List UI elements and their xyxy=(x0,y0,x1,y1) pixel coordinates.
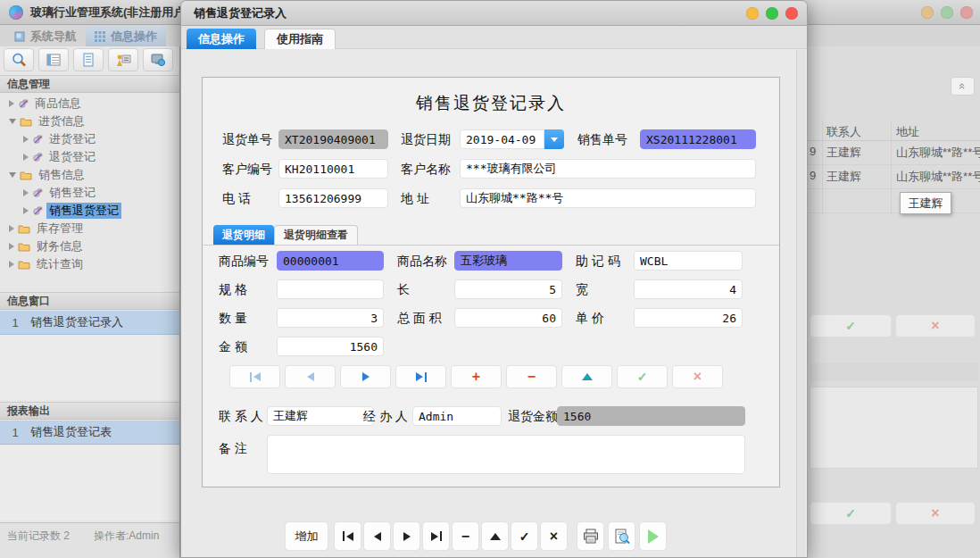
window-minimize-button[interactable] xyxy=(746,7,759,20)
sales-no-field[interactable] xyxy=(640,129,756,149)
next-record-button[interactable] xyxy=(340,365,391,388)
tree-item-finance-info[interactable]: 财务信息 xyxy=(0,237,179,255)
window-close-button[interactable] xyxy=(785,7,798,20)
table-view-button[interactable] xyxy=(38,48,69,71)
contact-field[interactable] xyxy=(267,406,374,426)
tree-item-purchase-register[interactable]: 进货登记 xyxy=(0,130,179,148)
report-item[interactable]: 1 销售退货登记表 xyxy=(0,421,179,445)
first-record-button[interactable] xyxy=(334,521,361,551)
return-amount-field[interactable] xyxy=(557,406,745,426)
printer-icon xyxy=(583,529,599,544)
run-button[interactable] xyxy=(639,521,667,551)
edit-record-button[interactable] xyxy=(561,365,612,388)
table-row[interactable]: 9 王建辉 山东聊城**路**号 xyxy=(808,165,980,189)
print-preview-button[interactable] xyxy=(608,521,635,551)
add-button[interactable]: 增加 xyxy=(285,521,328,551)
return-date-field[interactable] xyxy=(460,129,544,149)
collapse-panel-button[interactable]: « xyxy=(951,77,975,96)
tree-item-statistics-query[interactable]: 统计查询 xyxy=(0,255,179,273)
tree-item-purchase-info[interactable]: 进货信息 xyxy=(0,112,179,130)
window-minimize-button[interactable] xyxy=(921,6,934,19)
add-record-button[interactable]: + xyxy=(451,365,502,388)
triangle-right-icon xyxy=(416,372,423,381)
expander-icon xyxy=(23,189,29,196)
table-icon xyxy=(46,52,62,68)
scrollbar[interactable] xyxy=(796,50,805,557)
confirm-record-button[interactable]: ✓ xyxy=(511,521,538,551)
phone-field[interactable] xyxy=(278,188,388,208)
customer-no-field[interactable] xyxy=(278,159,388,179)
tree-item-sales-register[interactable]: 销售登记 xyxy=(0,184,179,202)
tab-return-detail-view[interactable]: 退货明细查看 xyxy=(274,225,358,245)
info-window-item[interactable]: 1 销售退货登记录入 xyxy=(0,311,179,335)
edit-record-button[interactable] xyxy=(481,521,509,551)
print-button[interactable] xyxy=(577,521,604,551)
confirm-record-button[interactable]: ✓ xyxy=(617,365,668,388)
background-cancel-button[interactable]: × xyxy=(895,502,976,525)
previous-record-button[interactable] xyxy=(363,521,391,551)
window-close-button[interactable] xyxy=(960,6,973,19)
table-row[interactable]: 9 王建辉 山东聊城**路**号 xyxy=(808,141,980,165)
delete-record-button[interactable]: − xyxy=(452,521,479,551)
remark-field[interactable] xyxy=(267,435,745,474)
mnemonic-field[interactable] xyxy=(634,251,743,271)
expander-icon xyxy=(9,172,16,178)
form-heading: 销售退货登记录入 xyxy=(203,92,779,115)
tab-divider xyxy=(203,245,779,246)
width-field[interactable] xyxy=(634,279,743,299)
tree-item-inventory-management[interactable]: 库存管理 xyxy=(0,220,179,237)
product-no-field[interactable] xyxy=(277,251,384,271)
delete-record-button[interactable]: − xyxy=(506,365,557,388)
window-maximize-button[interactable] xyxy=(941,6,953,19)
total-area-field[interactable] xyxy=(454,308,562,328)
search-button[interactable] xyxy=(4,48,34,71)
last-record-button[interactable] xyxy=(395,365,446,388)
product-name-field[interactable] xyxy=(454,251,562,271)
date-dropdown-button[interactable] xyxy=(544,129,564,149)
tree-item-purchase-return-register[interactable]: 退货登记 xyxy=(0,148,179,166)
tree-item-product-info[interactable]: 商品信息 xyxy=(0,95,179,112)
user-report-button[interactable] xyxy=(108,48,138,71)
address-field[interactable] xyxy=(460,188,756,208)
monitor-button[interactable] xyxy=(143,48,173,71)
tab-information-operation[interactable]: 信息操作 xyxy=(86,27,166,46)
previous-record-button[interactable] xyxy=(285,365,336,388)
dialog-tabstrip: 信息操作 使用指南 xyxy=(181,26,807,49)
spec-label: 规 格 xyxy=(219,279,247,299)
screen: 玻璃行业管理系统(非注册用户) 系统导航 信息操作 xyxy=(0,0,980,558)
cancel-record-button[interactable]: × xyxy=(672,365,723,388)
unit-price-field[interactable] xyxy=(634,308,743,328)
background-cancel-button[interactable]: × xyxy=(895,314,976,337)
first-record-button[interactable] xyxy=(229,365,280,388)
return-no-field[interactable] xyxy=(278,129,388,149)
next-record-button[interactable] xyxy=(393,521,420,551)
background-confirm-button[interactable]: ✓ xyxy=(810,502,892,525)
tree-item-sales-return-register[interactable]: 销售退货登记 xyxy=(0,202,179,220)
window-maximize-button[interactable] xyxy=(766,7,778,20)
return-amount-label: 退货金额 xyxy=(508,406,558,426)
expander-icon xyxy=(9,225,14,232)
quantity-field[interactable] xyxy=(277,308,384,328)
document-button[interactable] xyxy=(73,48,104,71)
folder-icon xyxy=(20,116,32,127)
customer-name-field[interactable] xyxy=(460,159,756,179)
tab-user-guide[interactable]: 使用指南 xyxy=(264,29,336,49)
tab-information-operation[interactable]: 信息操作 xyxy=(187,29,256,49)
background-confirm-button[interactable]: ✓ xyxy=(810,314,892,337)
last-record-button[interactable] xyxy=(422,521,450,551)
tab-return-detail[interactable]: 退货明细 xyxy=(213,225,274,245)
length-field[interactable] xyxy=(454,279,562,299)
amount-field[interactable] xyxy=(277,337,384,356)
spec-field[interactable] xyxy=(277,279,384,299)
status-bar: 当前记录数 2 操作者:Admin xyxy=(0,522,179,558)
grid-icon xyxy=(95,31,105,42)
info-window-list: 1 销售退货登记录入 xyxy=(0,311,179,400)
sidebar: 信息管理 商品信息 进货信息 进货登记 退货登记 xyxy=(0,46,180,558)
cancel-record-button[interactable]: × xyxy=(540,521,568,551)
tab-system-navigation[interactable]: 系统导航 xyxy=(5,27,86,46)
tree-item-sales-info[interactable]: 销售信息 xyxy=(0,166,179,184)
tool-icon xyxy=(32,205,43,216)
section-header-info-window: 信息窗口 xyxy=(0,292,179,310)
handler-field[interactable] xyxy=(412,406,502,426)
tool-icon xyxy=(32,152,43,162)
